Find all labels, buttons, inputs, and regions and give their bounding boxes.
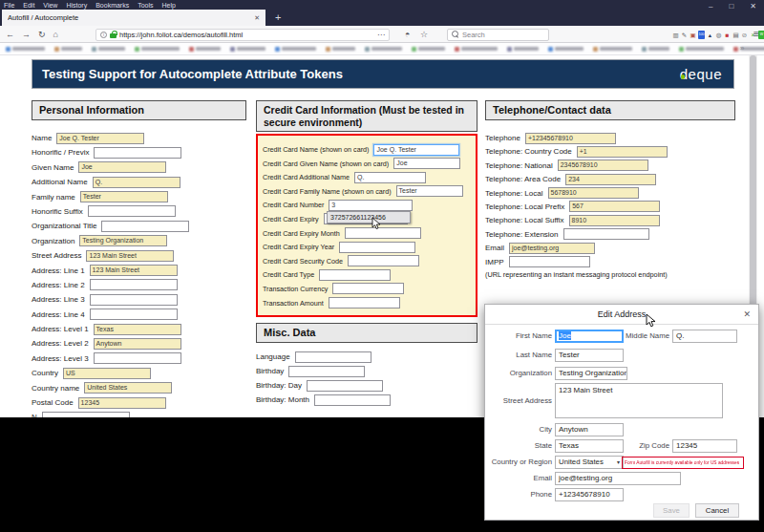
email-input[interactable]: joe@testing.org (509, 243, 595, 254)
address-line-3-input[interactable] (90, 294, 178, 306)
email-input[interactable]: joe@testing.org (555, 472, 681, 485)
address-level-2-input[interactable]: Anytown (94, 338, 181, 350)
transaction-currency-input[interactable] (332, 283, 404, 294)
country-name-input[interactable]: United States (84, 382, 172, 394)
organization-input[interactable]: Testing Organization (555, 367, 627, 380)
bookmark-item[interactable] (54, 47, 82, 52)
menu-edit[interactable]: Edit (23, 2, 34, 9)
address-level-1-input[interactable]: Texas (94, 324, 181, 335)
birthday-month-input[interactable] (314, 394, 391, 406)
country-select[interactable]: United States ▾ (555, 456, 624, 469)
telephone-local-suffix-input[interactable]: 8910 (569, 215, 660, 226)
telephone-national-input[interactable]: 2345678910 (558, 160, 648, 171)
home-icon[interactable]: ⌂ (53, 30, 58, 39)
bookmark-item[interactable] (275, 47, 316, 52)
additional-name-input[interactable]: Q. (93, 177, 180, 188)
tab-close-icon[interactable]: ✕ (254, 14, 260, 22)
credit-card-security-code-input[interactable] (348, 255, 419, 266)
postal-code-input[interactable]: 12345 (78, 397, 166, 409)
reload-icon[interactable]: ↻ (38, 30, 46, 39)
telephone-country-code-input[interactable]: +1 (577, 146, 668, 158)
bookmark-item[interactable] (365, 47, 402, 52)
transaction-amount-input[interactable] (329, 297, 400, 309)
address-level-3-input[interactable] (94, 352, 181, 364)
sidebar-icon[interactable]: ▤ (732, 31, 739, 39)
bookmarks-overflow-icon[interactable]: » (740, 44, 744, 53)
last-name-input[interactable]: Tester (555, 349, 624, 362)
bookmark-item[interactable] (189, 47, 221, 52)
globe-icon[interactable]: ◍ (715, 31, 722, 39)
address-line-4-input[interactable] (90, 309, 178, 320)
new-tab-button[interactable]: + (275, 10, 281, 26)
menu-file[interactable]: File (4, 2, 14, 9)
score-100-icon[interactable]: 100 (698, 31, 705, 39)
credit-card-additional-name-input[interactable]: Q. (354, 172, 426, 183)
credit-card-expiry-year-input[interactable] (339, 242, 415, 253)
bookmark-star-icon[interactable]: ☆ (420, 26, 428, 43)
site-info-icon[interactable]: i (100, 32, 107, 38)
menu-history[interactable]: History (66, 2, 87, 9)
organization-input[interactable]: Testing Organization (79, 235, 167, 246)
telephone-area-code-input[interactable]: 234 (565, 174, 656, 185)
bookmark-item[interactable] (326, 47, 355, 52)
credit-card-number-input[interactable]: 3 (329, 200, 413, 211)
bookmark-item[interactable] (507, 47, 539, 52)
impp-input[interactable] (509, 256, 590, 267)
address-line-1-input[interactable]: 123 Main Street (90, 265, 178, 276)
bookmark-item[interactable] (92, 47, 125, 52)
credit-card-expiry-month-input[interactable] (345, 227, 421, 239)
state-input[interactable]: Texas (555, 439, 624, 453)
page-actions-icon[interactable]: ⋯ (377, 31, 385, 39)
bookmark-item[interactable] (593, 47, 632, 52)
bookmark-item[interactable] (6, 47, 45, 52)
back-icon[interactable]: ← (6, 30, 14, 39)
pocket-icon[interactable]: ◓ (405, 26, 410, 43)
dialog-close-icon[interactable]: ✕ (743, 305, 751, 325)
organizational-title-input[interactable] (101, 221, 189, 232)
birthday-input[interactable] (288, 366, 365, 377)
save-button[interactable]: Save (653, 503, 690, 518)
telephone-local-input[interactable]: 5678910 (548, 187, 639, 199)
country-input[interactable]: US (63, 368, 151, 379)
url-text[interactable]: https://john.foliot.ca/demos/autofill.ht… (119, 31, 374, 39)
highlighter-icon[interactable]: ✎ (681, 31, 688, 39)
bookmark-item[interactable] (455, 47, 498, 52)
telephone-extension-input[interactable] (563, 228, 649, 240)
credit-card-family-name-shown-on-card-input[interactable]: Tester (396, 185, 463, 197)
honorific-previx-input[interactable] (94, 147, 181, 159)
user-shape-icon[interactable]: ▴ (707, 31, 713, 39)
menu-view[interactable]: View (43, 2, 57, 9)
forward-icon[interactable]: → (22, 30, 31, 39)
close-button[interactable]: ✕ (750, 2, 756, 11)
bookmark-item[interactable] (733, 47, 764, 52)
hamburger-menu-icon[interactable]: ≡ (753, 29, 759, 39)
given-name-input[interactable]: Joe (78, 161, 166, 173)
library-icon[interactable]: ▥ (672, 31, 679, 39)
family-name-input[interactable]: Tester (80, 191, 168, 202)
street-address-input[interactable]: 123 Main Street (86, 250, 174, 262)
minimize-button[interactable]: – (709, 2, 712, 11)
credit-card-name-shown-on-card-input[interactable]: Joe Q. Tester (373, 144, 459, 156)
bookmark-item[interactable] (679, 47, 724, 52)
phone-input[interactable]: +12345678910 (555, 488, 624, 501)
language-input[interactable] (295, 351, 371, 363)
menu-tools[interactable]: Tools (138, 2, 153, 9)
credit-card-given-name-shown-on-card-input[interactable]: Joe (393, 158, 460, 169)
search-bar[interactable]: Search (447, 29, 549, 41)
browser-tab[interactable]: Autofill / Autocomplete ✕ (2, 10, 265, 26)
maximize-button[interactable]: □ (729, 2, 733, 11)
cancel-button[interactable]: Cancel (695, 503, 739, 518)
address-line-2-input[interactable] (90, 279, 178, 290)
telephone-input[interactable]: +12345678910 (525, 133, 616, 144)
first-name-input[interactable]: Joe (555, 330, 624, 343)
street-address-textarea[interactable]: 123 Main Street (555, 383, 723, 418)
autofill-suggestion-item[interactable]: 372572661123456 (328, 212, 410, 223)
url-bar[interactable]: i https://john.foliot.ca/demos/autofill.… (96, 29, 390, 41)
city-input[interactable]: Anytown (555, 423, 624, 436)
bookmark-item[interactable] (642, 47, 669, 52)
bookmark-item[interactable] (230, 47, 265, 52)
birthday-day-input[interactable] (307, 380, 383, 392)
bookmark-item[interactable] (412, 47, 445, 52)
credit-card-type-input[interactable] (319, 269, 391, 281)
name-input[interactable]: Joe Q. Tester (56, 133, 144, 144)
